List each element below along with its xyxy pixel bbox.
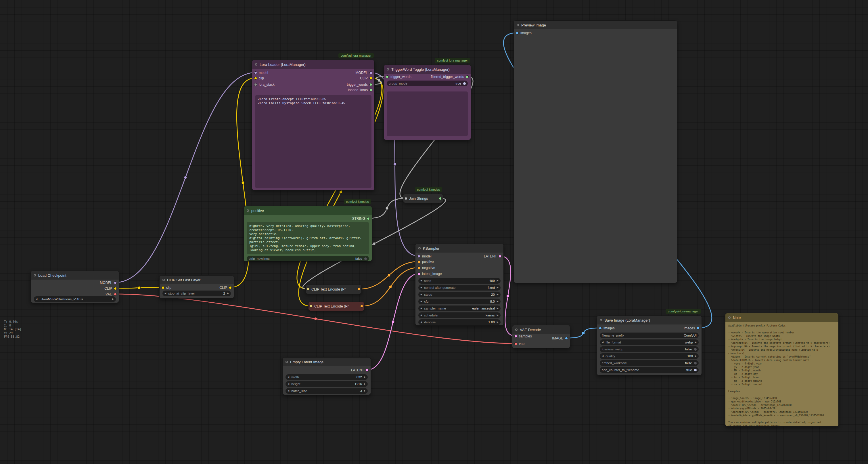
collapse-dot-icon[interactable] bbox=[162, 279, 165, 281]
node-preview-image[interactable]: Preview Imageimages bbox=[514, 21, 677, 283]
widget-denoise[interactable]: ◀denoise1.00▶ bbox=[418, 319, 501, 325]
collapse-dot-icon[interactable] bbox=[387, 68, 389, 70]
collapse-dot-icon[interactable] bbox=[34, 274, 36, 277]
port-dot-icon[interactable] bbox=[516, 32, 519, 34]
increment-arrow-icon[interactable]: ▶ bbox=[497, 300, 499, 302]
port-dot-icon[interactable] bbox=[254, 77, 257, 80]
node-titlebar[interactable]: CLIP Set Last Layer bbox=[160, 276, 234, 284]
clip-output-port[interactable]: CLIP bbox=[219, 285, 232, 291]
negative-input-port[interactable]: negative bbox=[417, 265, 435, 271]
note-body-text[interactable]: Available filename_prefix Pattern Codes … bbox=[725, 322, 838, 426]
increment-arrow-icon[interactable]: ▶ bbox=[364, 376, 366, 378]
port-dot-icon[interactable] bbox=[417, 272, 420, 275]
model-output-port[interactable]: MODEL bbox=[100, 280, 117, 286]
latent-output-port[interactable]: LATENT bbox=[351, 367, 369, 373]
node-titlebar[interactable]: TriggerWord Toggle (LoraManager) bbox=[384, 65, 471, 74]
collapse-dot-icon[interactable] bbox=[285, 361, 288, 363]
port-dot-icon[interactable] bbox=[367, 217, 370, 220]
decrement-arrow-icon[interactable]: ◀ bbox=[287, 383, 289, 385]
toggle-dot-icon[interactable] bbox=[694, 348, 696, 351]
node-titlebar[interactable]: Lora Loader (LoraManager) bbox=[252, 60, 374, 69]
node-titlebar[interactable]: VAE Decode bbox=[513, 325, 570, 334]
widget-strip-newlines[interactable]: strip_newlinesfalse bbox=[247, 256, 369, 261]
port-dot-icon[interactable] bbox=[499, 255, 501, 258]
decrement-arrow-icon[interactable]: ◀ bbox=[287, 376, 289, 378]
widget-batch-size[interactable]: ◀batch_size3▶ bbox=[285, 388, 368, 394]
filtered-trigger-words-output-port[interactable]: filtered_trigger_words bbox=[431, 74, 469, 80]
clip-output-port[interactable]: CLIP bbox=[104, 286, 117, 291]
port-dot-icon[interactable] bbox=[114, 281, 117, 284]
node-join-strings[interactable]: comfyui-kjnodesJoin Strings bbox=[403, 194, 443, 203]
port-dot-icon[interactable] bbox=[369, 77, 372, 80]
string-output-port[interactable]: STRING bbox=[352, 216, 370, 222]
decrement-arrow-icon[interactable]: ◀ bbox=[420, 307, 422, 310]
port-dot-icon[interactable] bbox=[514, 342, 517, 345]
widget-ckpt-name[interactable]: ◀ilwaiNSFWIllustrious_v110.s▶ bbox=[34, 296, 116, 302]
text-area[interactable]: <lora:CreateConcept_Illustrious:0.8> <lo… bbox=[255, 95, 371, 188]
increment-arrow-icon[interactable]: ▶ bbox=[497, 287, 499, 289]
toggle-dot-icon[interactable] bbox=[694, 362, 696, 365]
node-load-checkpoint[interactable]: Load CheckpointMODELCLIPVAE◀ilwaiNSFWIll… bbox=[30, 271, 119, 303]
increment-arrow-icon[interactable]: ▶ bbox=[364, 390, 366, 392]
toggle-dot-icon[interactable] bbox=[694, 369, 696, 371]
node-titlebar[interactable]: Note bbox=[725, 313, 838, 322]
collapse-dot-icon[interactable] bbox=[600, 319, 602, 321]
node-titlebar[interactable]: Load Checkpoint bbox=[31, 271, 119, 280]
model-input-port[interactable]: model bbox=[417, 254, 432, 259]
collapse-dot-icon[interactable] bbox=[255, 63, 257, 65]
widget-filename-prefix[interactable]: filename_prefixComfyUI bbox=[600, 332, 699, 338]
collapse-dot-icon[interactable] bbox=[418, 247, 421, 250]
images-input-port[interactable]: images bbox=[599, 325, 615, 331]
port-dot-icon[interactable] bbox=[417, 260, 420, 263]
port-dot-icon[interactable] bbox=[254, 83, 257, 86]
port-dot-icon[interactable] bbox=[696, 327, 700, 330]
port-dot-icon[interactable] bbox=[254, 71, 257, 74]
decrement-arrow-icon[interactable]: ◀ bbox=[420, 280, 422, 282]
collapsed-output-port[interactable] bbox=[360, 304, 363, 308]
node-titlebar[interactable]: Join Strings bbox=[403, 194, 443, 203]
increment-arrow-icon[interactable]: ▶ bbox=[497, 293, 499, 296]
widget-stop-at-clip-layer[interactable]: ◀stop_at_clip_layer-2▶ bbox=[162, 291, 231, 296]
collapsed-output-port[interactable] bbox=[358, 288, 360, 291]
images-input-port[interactable]: images bbox=[516, 30, 532, 36]
decrement-arrow-icon[interactable]: ◀ bbox=[420, 300, 422, 302]
decrement-arrow-icon[interactable]: ◀ bbox=[164, 292, 166, 295]
image-output-port[interactable]: IMAGE bbox=[552, 336, 568, 341]
port-dot-icon[interactable] bbox=[369, 83, 372, 86]
decrement-arrow-icon[interactable]: ◀ bbox=[602, 355, 603, 357]
node-trigger-toggle[interactable]: comfyui-lora-managerTriggerWord Toggle (… bbox=[383, 65, 471, 140]
port-dot-icon[interactable] bbox=[386, 76, 389, 78]
graph-canvas[interactable]: Load CheckpointMODELCLIPVAE◀ilwaiNSFWIll… bbox=[0, 0, 868, 464]
port-dot-icon[interactable] bbox=[514, 335, 517, 338]
decrement-arrow-icon[interactable]: ◀ bbox=[420, 321, 422, 323]
positive-input-port[interactable]: positive bbox=[417, 259, 434, 265]
trigger-words-output-port[interactable]: trigger_words bbox=[347, 82, 372, 87]
loaded-loras-output-port[interactable]: loaded_loras bbox=[348, 87, 372, 93]
collapse-dot-icon[interactable] bbox=[728, 316, 731, 319]
node-ksampler[interactable]: KSamplermodelpositivenegativelatent_imag… bbox=[415, 244, 504, 326]
increment-arrow-icon[interactable]: ▶ bbox=[364, 383, 366, 385]
port-dot-icon[interactable] bbox=[599, 327, 602, 330]
collapse-dot-icon[interactable] bbox=[515, 328, 518, 331]
model-output-port[interactable]: MODEL bbox=[355, 70, 372, 76]
text-area[interactable]: highres, very detailed, amazing quality,… bbox=[247, 222, 369, 254]
node-clip-set-last-layer[interactable]: CLIP Set Last LayerclipCLIP◀stop_at_clip… bbox=[159, 275, 234, 298]
increment-arrow-icon[interactable]: ▶ bbox=[497, 307, 499, 310]
collapsed-input-port[interactable] bbox=[405, 197, 407, 200]
decrement-arrow-icon[interactable]: ◀ bbox=[602, 341, 603, 344]
widget-quality[interactable]: ◀quality100▶ bbox=[600, 353, 699, 359]
increment-arrow-icon[interactable]: ▶ bbox=[112, 298, 114, 300]
images-output-port[interactable]: images bbox=[684, 325, 700, 331]
toggle-dot-icon[interactable] bbox=[364, 257, 367, 260]
port-dot-icon[interactable] bbox=[369, 71, 372, 74]
widget-width[interactable]: ◀width832▶ bbox=[285, 374, 368, 380]
samples-input-port[interactable]: samples bbox=[514, 334, 532, 339]
node-cte-positive[interactable]: CLIP Text Encode (Pr bbox=[305, 285, 362, 293]
node-titlebar[interactable]: Preview Image bbox=[514, 21, 677, 29]
widget-group-mode[interactable]: group_modetrue bbox=[387, 81, 468, 86]
text-area[interactable] bbox=[387, 91, 468, 136]
node-positive[interactable]: comfyui-kjnodespositiveSTRINGhighres, ve… bbox=[244, 206, 372, 261]
node-titlebar[interactable]: KSampler bbox=[415, 244, 503, 253]
port-dot-icon[interactable] bbox=[417, 255, 420, 258]
widget-file-format[interactable]: ◀file_formatwebp▶ bbox=[600, 340, 699, 345]
